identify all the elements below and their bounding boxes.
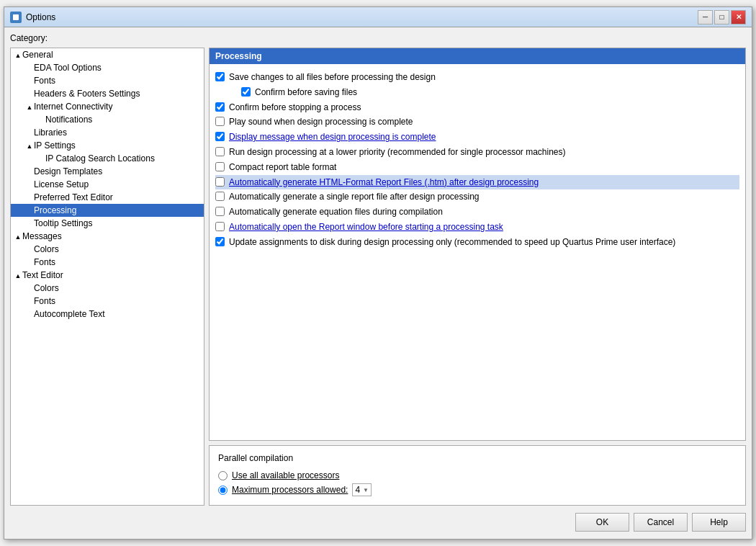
tree-item-libraries[interactable]: Libraries: [11, 126, 204, 139]
tree-item-fonts[interactable]: Fonts: [11, 74, 204, 87]
option-label-update-assignments: Update assignments to disk during design…: [229, 236, 675, 249]
maximize-button[interactable]: □: [714, 10, 729, 24]
ok-button[interactable]: OK: [575, 513, 629, 532]
option-row-save-changes: Save changes to all files before process…: [215, 70, 739, 85]
radio-max-label[interactable]: Maximum processors allowed:: [232, 485, 348, 495]
tree-arrow-icon: ▲: [14, 52, 22, 59]
category-label: Category:: [10, 33, 746, 43]
tree-item-ip-catalog-search[interactable]: IP Catalog Search Locations: [11, 152, 204, 165]
section-header: Processing: [210, 48, 745, 64]
option-label-auto-single-report: Automatically generate a single report f…: [229, 191, 480, 203]
title-bar-buttons: ─ □ ✕: [698, 10, 746, 24]
tree-item-text-editor[interactable]: ▲Text Editor: [11, 269, 204, 282]
radio-max[interactable]: [218, 485, 228, 495]
tree-item-tooltip-settings[interactable]: Tooltip Settings: [11, 217, 204, 230]
option-row-auto-html-report: Automatically generate HTML-Format Repor…: [215, 175, 739, 190]
window-icon: [10, 12, 22, 23]
help-button[interactable]: Help: [692, 513, 746, 532]
tree-item-eda-tool-options[interactable]: EDA Tool Options: [11, 61, 204, 74]
right-panel: Processing Save changes to all files bef…: [209, 48, 746, 506]
option-label-confirm-saving: Confirm before saving files: [255, 86, 357, 99]
radio-use-all[interactable]: [218, 471, 228, 480]
tree-item-label: Colors: [34, 244, 59, 254]
checkbox-update-assignments[interactable]: [215, 237, 225, 246]
title-bar: Options ─ □ ✕: [4, 7, 752, 27]
checkbox-auto-html-report[interactable]: [215, 177, 225, 187]
tree-arrow-icon: ▲: [25, 143, 34, 150]
tree-item-label: Fonts: [34, 296, 55, 306]
checkbox-display-message[interactable]: [215, 132, 225, 141]
tree-item-design-templates[interactable]: Design Templates: [11, 165, 204, 178]
option-label-auto-equation-files: Automatically generate equation files du…: [229, 206, 443, 218]
cancel-button[interactable]: Cancel: [634, 513, 688, 532]
tree-item-messages-fonts[interactable]: Fonts: [11, 256, 204, 269]
checkbox-confirm-saving[interactable]: [241, 87, 251, 97]
tree-item-label: IP Catalog Search Locations: [45, 153, 155, 164]
tree-arrow-icon: ▲: [14, 272, 22, 279]
checkbox-lower-priority[interactable]: [215, 147, 225, 156]
checkbox-confirm-stopping[interactable]: [215, 102, 225, 112]
option-label-lower-priority: Run design processing at a lower priorit…: [229, 146, 566, 158]
checkbox-auto-single-report[interactable]: [215, 192, 225, 201]
option-row-display-message: Display message when design processing i…: [215, 130, 739, 145]
radio-use-all-label[interactable]: Use all available processors: [232, 470, 339, 480]
tree-item-label: Colors: [34, 283, 59, 293]
tree-arrow-icon: ▲: [25, 104, 34, 111]
option-label-auto-html-report: Automatically generate HTML-Format Repor…: [229, 176, 539, 189]
tree-item-ip-settings[interactable]: ▲IP Settings: [11, 139, 204, 152]
tree-item-label: EDA Tool Options: [34, 63, 102, 73]
tree-item-internet-connectivity[interactable]: ▲Internet Connectivity: [11, 100, 204, 113]
option-label-confirm-stopping: Confirm before stopping a process: [229, 102, 361, 114]
close-button[interactable]: ✕: [731, 10, 746, 24]
tree-item-messages[interactable]: ▲Messages: [11, 230, 204, 243]
tree-item-label: Processing: [34, 205, 76, 215]
radio-use-all-row: Use all available processors: [218, 469, 737, 482]
radio-max-row: Maximum processors allowed: 4 ▼: [218, 482, 737, 498]
parallel-section: Parallel compilation Use all available p…: [209, 445, 746, 506]
tree-item-label: Autocomplete Text: [34, 309, 105, 319]
tree-panel: ▲General EDA Tool Options Fonts Headers …: [10, 48, 204, 506]
tree-item-label: Notifications: [45, 115, 92, 125]
tree-item-text-editor-colors[interactable]: Colors: [11, 282, 204, 295]
tree-item-headers-footers[interactable]: Headers & Footers Settings: [11, 87, 204, 100]
option-row-auto-open-report: Automatically open the Report window bef…: [215, 220, 739, 235]
checkbox-auto-equation-files[interactable]: [215, 207, 225, 216]
option-row-compact-report: Compact report table format: [215, 160, 739, 175]
tree-item-general[interactable]: ▲General: [11, 48, 204, 61]
dropdown-arrow-icon: ▼: [363, 487, 369, 493]
option-row-confirm-stopping: Confirm before stopping a process: [215, 100, 739, 115]
option-label-save-changes: Save changes to all files before process…: [229, 71, 436, 84]
checkbox-play-sound[interactable]: [215, 117, 225, 126]
checkbox-save-changes[interactable]: [215, 72, 225, 81]
bottom-buttons: OK Cancel Help: [10, 510, 746, 533]
option-row-lower-priority: Run design processing at a lower priorit…: [215, 145, 739, 160]
tree-item-processing[interactable]: Processing: [11, 204, 204, 217]
tree-item-label: Design Templates: [34, 166, 102, 176]
window-title: Options: [26, 12, 698, 22]
option-label-compact-report: Compact report table format: [229, 161, 336, 174]
tree-item-notifications[interactable]: Notifications: [11, 113, 204, 126]
tree-item-label: Text Editor: [22, 270, 63, 280]
tree-item-license-setup[interactable]: License Setup: [11, 178, 204, 191]
checkbox-compact-report[interactable]: [215, 162, 225, 171]
options-window: Options ─ □ ✕ Category: ▲General EDA Too…: [4, 6, 752, 540]
tree-item-label: IP Settings: [34, 140, 76, 151]
section-body: Save changes to all files before process…: [210, 64, 745, 440]
main-content: ▲General EDA Tool Options Fonts Headers …: [10, 48, 746, 506]
tree-item-preferred-text-editor[interactable]: Preferred Text Editor: [11, 191, 204, 204]
tree-arrow-icon: ▲: [14, 233, 22, 241]
tree-item-messages-colors[interactable]: Colors: [11, 243, 204, 256]
option-label-auto-open-report: Automatically open the Report window bef…: [229, 221, 503, 233]
checkbox-auto-open-report[interactable]: [215, 222, 225, 231]
option-row-confirm-saving: Confirm before saving files: [215, 85, 739, 100]
svg-rect-1: [13, 14, 19, 20]
tree-item-autocomplete-text[interactable]: Autocomplete Text: [11, 308, 204, 321]
parallel-title: Parallel compilation: [218, 453, 737, 463]
option-label-display-message: Display message when design processing i…: [229, 131, 436, 143]
option-label-play-sound: Play sound when design processing is com…: [229, 116, 413, 128]
tree-item-text-editor-fonts[interactable]: Fonts: [11, 295, 204, 308]
minimize-button[interactable]: ─: [698, 10, 713, 24]
max-processors-dropdown[interactable]: 4 ▼: [352, 483, 372, 496]
processing-section: Processing Save changes to all files bef…: [209, 48, 746, 441]
option-row-auto-single-report: Automatically generate a single report f…: [215, 189, 739, 205]
